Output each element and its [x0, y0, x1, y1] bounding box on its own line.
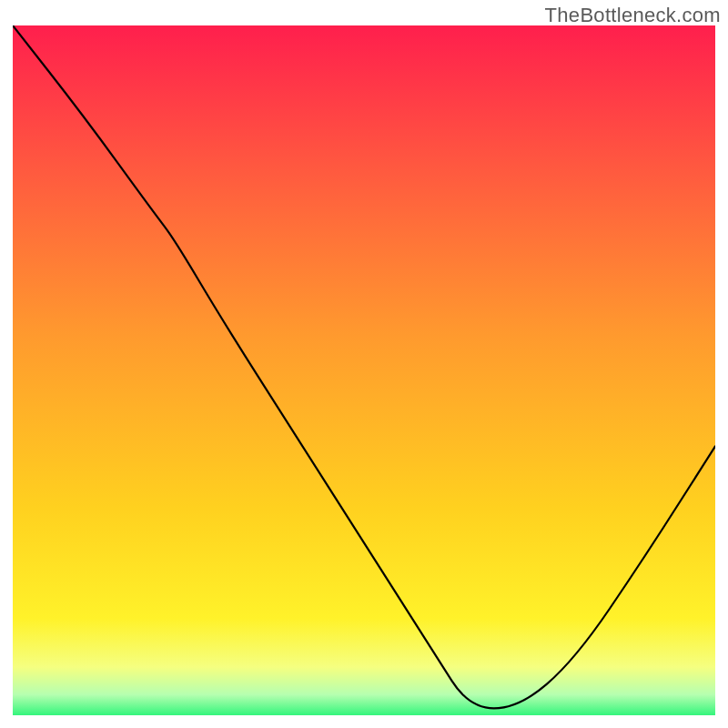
watermark-text: TheBottleneck.com	[545, 4, 721, 27]
optimal-marker	[466, 703, 511, 715]
chart-plot-area	[13, 25, 715, 715]
chart-stage: TheBottleneck.com	[0, 0, 728, 728]
